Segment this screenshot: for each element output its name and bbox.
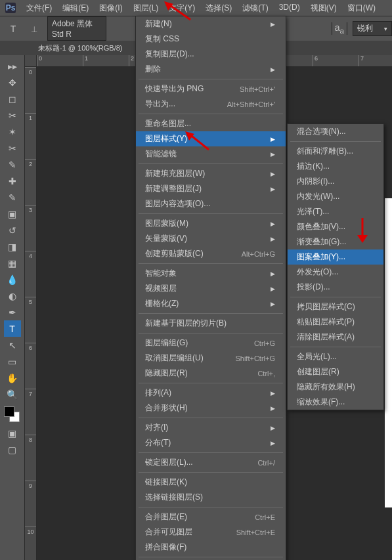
menu-item[interactable]: 合并形状(H)▶ [136, 400, 286, 416]
menu-item[interactable]: 清除图层样式(A) [288, 330, 383, 345]
collapse-icon[interactable]: ▸▸ [4, 58, 21, 74]
menu-item[interactable]: 锁定图层(L)...Ctrl+/ [136, 455, 286, 470]
menubar-item[interactable]: 滤镜(T) [237, 0, 273, 16]
menu-item[interactable]: 图层编组(G)Ctrl+G [136, 335, 286, 351]
menu-item[interactable]: 删除▶ [136, 62, 286, 77]
menu-item[interactable]: 新建(N)▶ [136, 16, 286, 32]
document-tab[interactable]: 未标题-1 @ 100%(RGB/8) [32, 41, 129, 55]
menu-item[interactable]: 创建图层(R) [288, 364, 383, 379]
menu-item[interactable]: 排列(A)▶ [136, 385, 286, 400]
document-canvas[interactable] [385, 198, 392, 507]
menu-item-shortcut: Shift+Ctrl+' [240, 85, 275, 93]
menu-item-label: 光泽(T)... [297, 206, 329, 217]
tool-preset-icon[interactable]: T [5, 21, 21, 37]
menu-item[interactable]: 隐藏所有效果(H) [288, 379, 383, 395]
menubar-item[interactable]: 3D(D) [274, 0, 305, 16]
shape-tool[interactable]: ▭ [4, 353, 21, 370]
menu-item[interactable]: 渐变叠加(G)... [288, 234, 383, 249]
menu-item[interactable]: 内阴影(I)... [288, 174, 383, 189]
pen-tool[interactable]: ✒ [4, 304, 21, 320]
blur-tool[interactable]: 💧 [4, 271, 21, 288]
orientation-icon[interactable]: ⟂ [26, 21, 42, 37]
menu-separator [139, 557, 283, 557]
menu-item[interactable]: 合并图层(E)Ctrl+E [136, 509, 286, 525]
quick-select-tool[interactable]: ✶ [4, 123, 21, 140]
menu-item-label: 粘贴图层样式(P) [297, 316, 355, 328]
menu-item[interactable]: 智能滤镜▶ [136, 146, 286, 162]
menu-item[interactable]: 创建剪贴蒙版(C)Alt+Ctrl+G [136, 246, 286, 261]
menubar-item[interactable]: 文件(F) [21, 0, 57, 16]
menu-item[interactable]: 外发光(O)... [288, 265, 383, 280]
font-family-select[interactable]: Adobe 黑体 Std R [47, 16, 106, 41]
crop-tool[interactable]: ✂ [4, 140, 21, 156]
ruler-tick: 0 [37, 55, 83, 66]
menubar-item[interactable]: 窗口(W) [342, 0, 381, 16]
menu-item[interactable]: 合并可见图层Shift+Ctrl+E [136, 525, 286, 540]
menubar-item[interactable]: 选择(S) [200, 0, 237, 16]
menu-item[interactable]: 复制 CSS [136, 32, 286, 47]
menu-item[interactable]: 栅格化(Z)▶ [136, 296, 286, 311]
menu-item[interactable]: 分布(T)▶ [136, 435, 286, 450]
menu-item[interactable]: 图案叠加(Y)... [288, 249, 383, 265]
menu-item[interactable]: 导出为...Alt+Shift+Ctrl+' [136, 97, 286, 112]
menu-item[interactable]: 新建调整图层(J)▶ [136, 181, 286, 196]
menu-item[interactable]: 链接图层(K) [136, 475, 286, 490]
menu-item[interactable]: 拼合图像(F) [136, 540, 286, 555]
marquee-tool[interactable]: ◻ [4, 91, 21, 107]
history-brush-tool[interactable]: ↺ [4, 222, 21, 238]
menu-item[interactable]: 隐藏图层(R)Ctrl+, [136, 366, 286, 381]
menu-item-label: 对齐(I) [145, 422, 168, 433]
menu-item[interactable]: 斜面和浮雕(B)... [288, 144, 383, 159]
gradient-tool[interactable]: ▦ [4, 255, 21, 271]
menu-item[interactable]: 快速导出为 PNGShift+Ctrl+' [136, 81, 286, 97]
menu-item[interactable]: 光泽(T)... [288, 204, 383, 219]
menu-item[interactable]: 重命名图层... [136, 116, 286, 131]
quick-mask-tool[interactable]: ▣ [4, 425, 21, 441]
menu-item[interactable]: 混合选项(N)... [288, 124, 383, 139]
menu-item[interactable]: 取消图层编组(U)Shift+Ctrl+G [136, 351, 286, 366]
lasso-tool[interactable]: ✂ [4, 107, 21, 123]
menu-item[interactable]: 新建基于图层的切片(B) [136, 316, 286, 331]
type-tool[interactable]: T [4, 320, 21, 337]
brush-tool[interactable]: ✎ [4, 189, 21, 205]
hand-tool[interactable]: ✋ [4, 370, 21, 386]
antialias-select[interactable]: 锐利 ▾ [353, 21, 392, 36]
color-swatches[interactable] [4, 406, 21, 425]
menu-item[interactable]: 复制图层(D)... [136, 47, 286, 62]
stamp-tool[interactable]: ▣ [4, 205, 21, 222]
menu-item[interactable]: 图层样式(Y)▶ [136, 131, 286, 146]
menu-item[interactable]: 对齐(I)▶ [136, 420, 286, 435]
healing-tool[interactable]: ✚ [4, 173, 21, 189]
menu-item[interactable]: 缩放效果(F)... [288, 395, 383, 410]
screen-mode-tool[interactable]: ▢ [4, 441, 21, 458]
antialias-value: 锐利 [357, 23, 373, 34]
menu-item[interactable]: 图层内容选项(O)... [136, 196, 286, 211]
eyedropper-tool[interactable]: ✎ [4, 156, 21, 173]
menu-item[interactable]: 选择链接图层(S) [136, 490, 286, 505]
dodge-tool[interactable]: ◐ [4, 288, 21, 304]
menu-item[interactable]: 新建填充图层(W)▶ [136, 166, 286, 181]
menu-item[interactable]: 投影(D)... [288, 280, 383, 295]
menu-item[interactable]: 拷贝图层样式(C) [288, 299, 383, 314]
menubar-item[interactable]: 编辑(E) [57, 0, 94, 16]
menu-item-label: 隐藏所有效果(H) [297, 381, 355, 393]
menu-item[interactable]: 矢量蒙版(V)▶ [136, 231, 286, 246]
move-tool[interactable]: ✥ [4, 74, 21, 91]
menubar-item[interactable]: 文字(Y) [163, 0, 200, 16]
menu-item[interactable]: 图层蒙版(M)▶ [136, 216, 286, 231]
zoom-tool[interactable]: 🔍 [4, 386, 21, 402]
menu-item[interactable]: 视频图层▶ [136, 281, 286, 296]
menu-item[interactable]: 颜色叠加(V)... [288, 219, 383, 234]
menubar-item[interactable]: 视图(V) [305, 0, 342, 16]
foreground-color[interactable] [4, 406, 14, 417]
menubar-item[interactable]: 图层(L) [128, 0, 164, 16]
menu-item[interactable]: 全局光(L)... [288, 349, 383, 364]
menu-item-shortcut: Shift+Ctrl+G [235, 355, 275, 362]
menu-item[interactable]: 粘贴图层样式(P) [288, 314, 383, 330]
eraser-tool[interactable]: ◨ [4, 238, 21, 255]
menu-item[interactable]: 智能对象▶ [136, 266, 286, 281]
menu-item[interactable]: 描边(K)... [288, 159, 383, 174]
path-select-tool[interactable]: ↖ [4, 337, 21, 353]
menu-item[interactable]: 内发光(W)... [288, 189, 383, 204]
menubar-item[interactable]: 图像(I) [94, 0, 127, 16]
